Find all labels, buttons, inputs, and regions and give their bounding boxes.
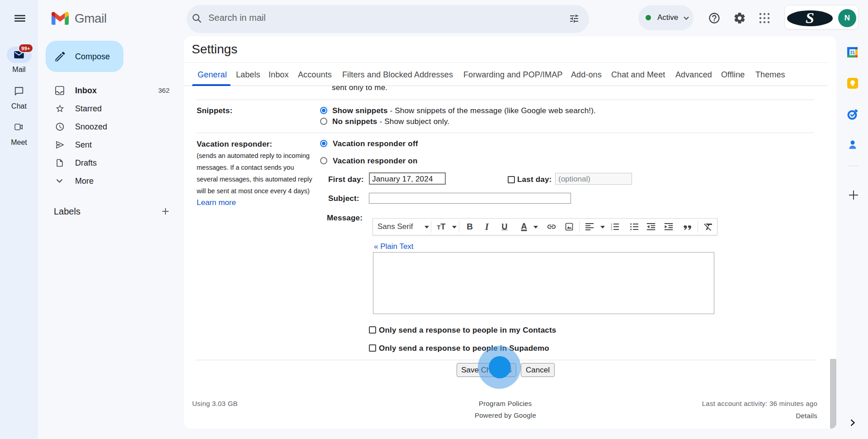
svg-text:31: 31 — [850, 50, 855, 55]
svg-text:3: 3 — [611, 229, 613, 231]
